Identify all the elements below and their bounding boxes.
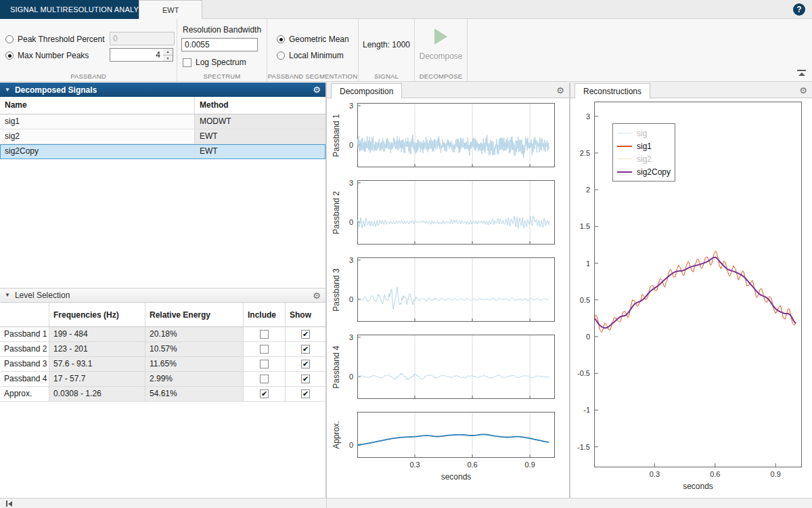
legend-entry[interactable]: sig2 <box>617 152 671 165</box>
y-tick-label: -1.5 <box>570 442 592 452</box>
legend-entry[interactable]: sig1 <box>617 140 671 152</box>
tab-reconstructions[interactable]: Reconstructions <box>574 83 650 99</box>
signal-name-cell: sig2 <box>0 129 195 144</box>
decompose-button[interactable]: Decompose <box>415 24 467 61</box>
passband-segmentation-section: Geometric Mean Local Minimum PASSBAND SE… <box>267 19 359 81</box>
signal-multiresolution-analyzer-window: SIGNAL MULTIRESOLUTION ANALYZER EWT ? Pe… <box>0 0 812 508</box>
legend-entry[interactable]: sig2Copy <box>617 165 671 178</box>
signal-method-cell: EWT <box>195 129 325 144</box>
tab-decomposition[interactable]: Decomposition <box>331 83 402 99</box>
x-tick-label: 0.3 <box>641 470 668 478</box>
radio-circle-icon <box>277 51 285 60</box>
include-checkbox[interactable] <box>260 360 269 368</box>
y-tick-label: 3 <box>327 333 355 342</box>
y-axis-label: Passband 3 <box>327 257 346 322</box>
decomposition-tab-strip: Decomposition ⚙ <box>327 83 569 98</box>
legend-line-sample <box>617 158 632 159</box>
max-number-peaks-input[interactable] <box>110 48 164 62</box>
peak-threshold-percent-radio[interactable]: Peak Threshold Percent <box>5 35 105 44</box>
peak-threshold-percent-input[interactable] <box>110 32 175 45</box>
level-label-cell: Passband 1 <box>0 327 49 342</box>
signal-row[interactable]: sig2EWT <box>0 129 325 144</box>
resolution-bandwidth-input[interactable] <box>181 38 258 51</box>
include-checkbox[interactable]: ✔ <box>260 389 269 398</box>
legend-entry[interactable]: sig <box>617 127 671 140</box>
max-number-peaks-radio[interactable]: Max Number Peaks <box>5 51 89 60</box>
level-table-body: Passband 1199 - 48420.18%✔Passband 2123 … <box>0 327 325 402</box>
collapse-toolstrip-icon[interactable] <box>797 70 806 77</box>
include-checkbox[interactable] <box>260 345 269 354</box>
show-checkbox[interactable]: ✔ <box>301 389 310 398</box>
y-axis-label: Passband 4 <box>327 335 346 399</box>
signal-row[interactable]: sig1MODWT <box>0 114 325 129</box>
include-checkbox[interactable] <box>260 375 269 383</box>
radio-circle-icon <box>277 35 285 43</box>
y-tick-label: 3 <box>570 112 592 121</box>
level-row: Passband 1199 - 48420.18%✔ <box>0 327 325 342</box>
log-spectrum-checkbox[interactable]: Log Spectrum <box>183 58 246 67</box>
collapse-triangle-icon[interactable]: ▼ <box>5 87 10 93</box>
level-row: Passband 357.6 - 93.111.65%✔ <box>0 357 325 372</box>
gear-icon[interactable]: ⚙ <box>313 85 321 94</box>
collapse-left-panel-icon[interactable] <box>6 501 12 507</box>
include-checkbox[interactable] <box>260 330 269 339</box>
decomposed-signals-title: Decomposed Signals <box>15 85 308 95</box>
level-include-cell: ✔ <box>244 387 286 402</box>
spinner-down-icon[interactable]: ▼ <box>163 56 173 62</box>
toolstrip: Peak Threshold Percent Max Number Peaks … <box>0 19 812 82</box>
local-minimum-label: Local Minimum <box>289 51 344 60</box>
level-frequencies-cell: 57.6 - 93.1 <box>49 357 145 372</box>
geometric-mean-radio[interactable]: Geometric Mean <box>277 35 349 44</box>
legend-line-sample <box>617 146 632 147</box>
column-method: Method <box>195 97 325 114</box>
decomposed-signals-header[interactable]: ▼ Decomposed Signals ⚙ <box>0 83 325 97</box>
legend-entry-label: sig2 <box>637 154 652 164</box>
show-checkbox[interactable]: ✔ <box>301 330 310 339</box>
decompose-button-label: Decompose <box>419 51 462 61</box>
show-checkbox[interactable]: ✔ <box>301 375 310 383</box>
subplot-axes <box>357 412 555 458</box>
show-checkbox[interactable]: ✔ <box>301 360 310 368</box>
collapse-triangle-icon[interactable]: ▼ <box>5 293 10 298</box>
gear-icon[interactable]: ⚙ <box>556 85 564 96</box>
level-frequencies-cell: 199 - 484 <box>49 327 145 342</box>
level-energy-cell: 2.99% <box>145 372 244 387</box>
gear-icon[interactable]: ⚙ <box>313 291 321 300</box>
column-include: Include <box>244 303 286 326</box>
tab-ewt[interactable]: EWT <box>139 0 202 19</box>
column-relative-energy: Relative Energy <box>145 303 244 326</box>
level-show-cell: ✔ <box>286 372 325 387</box>
level-selection-header[interactable]: ▼ Level Selection ⚙ <box>0 288 325 303</box>
checkbox-icon <box>183 58 191 67</box>
signal-method-cell: MODWT <box>195 114 325 129</box>
subplot-axes <box>357 180 555 245</box>
local-minimum-radio[interactable]: Local Minimum <box>277 51 344 60</box>
level-energy-cell: 54.61% <box>145 387 244 402</box>
x-tick-label: 0.6 <box>459 461 486 469</box>
y-tick-label: 0.5 <box>570 295 592 305</box>
spectrum-section: Resolution Bandwidth Log Spectrum SPECTR… <box>177 19 267 81</box>
level-energy-cell: 10.57% <box>145 342 244 357</box>
tab-ewt-label: EWT <box>162 6 179 14</box>
reconstructions-tab-strip: Reconstructions ⚙ <box>570 83 812 98</box>
level-frequencies-cell: 0.0308 - 1.26 <box>49 387 145 402</box>
play-icon <box>434 28 447 45</box>
help-icon[interactable]: ? <box>793 3 805 16</box>
legend[interactable]: sigsig1sig2sig2Copy <box>612 123 675 182</box>
max-peaks-spinner: ▲ ▼ <box>163 48 173 62</box>
decompose-section-label: DECOMPOSE <box>415 72 467 80</box>
signal-name-cell: sig2Copy <box>0 144 195 159</box>
geometric-mean-label: Geometric Mean <box>289 35 349 44</box>
y-axis-label: Passband 2 <box>327 180 346 245</box>
signal-row[interactable]: sig2CopyEWT <box>0 144 325 159</box>
spinner-up-icon[interactable]: ▲ <box>163 49 173 56</box>
level-include-cell <box>244 342 286 357</box>
show-checkbox[interactable]: ✔ <box>301 345 310 354</box>
y-axis-label: Passband 1 <box>327 103 346 167</box>
level-energy-cell: 11.65% <box>145 357 244 372</box>
column-name: Name <box>0 97 195 114</box>
gear-icon[interactable]: ⚙ <box>799 85 807 96</box>
subplot-axes <box>357 257 555 322</box>
signal-section-label: SIGNAL <box>359 72 414 80</box>
y-tick-label: 0 <box>327 140 355 150</box>
